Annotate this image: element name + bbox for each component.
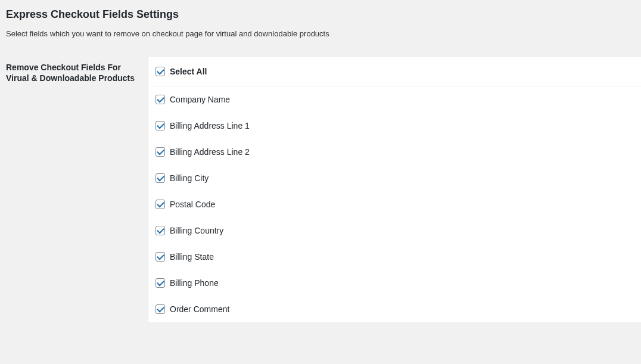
page-description: Select fields which you want to remove o… [6, 29, 641, 38]
select-all-label[interactable]: Select All [170, 67, 207, 76]
field-label[interactable]: Billing State [170, 252, 214, 262]
field-row: Billing Address Line 2 [148, 139, 641, 165]
field-label[interactable]: Billing Country [170, 226, 223, 235]
select-all-row: Select All [148, 57, 641, 86]
field-label[interactable]: Billing Address Line 1 [170, 121, 250, 130]
field-checkbox[interactable] [155, 226, 165, 235]
field-label[interactable]: Billing Phone [170, 278, 219, 288]
field-label[interactable]: Billing City [170, 173, 209, 183]
section-label: Remove Checkout Fields For Virual & Down… [6, 62, 148, 83]
field-row: Billing Address Line 1 [148, 113, 641, 139]
field-checkbox[interactable] [155, 278, 165, 288]
field-row: Postal Code [148, 191, 641, 217]
field-row: Company Name [148, 86, 641, 113]
field-checkbox[interactable] [155, 304, 165, 314]
fields-panel: Select All Company NameBilling Address L… [148, 57, 641, 322]
field-checkbox[interactable] [155, 173, 165, 183]
field-label[interactable]: Order Comment [170, 304, 229, 314]
field-checkbox[interactable] [155, 147, 165, 157]
page-title: Express Checkout Fields Settings [6, 0, 641, 29]
field-row: Billing Phone [148, 270, 641, 296]
field-row: Order Comment [148, 296, 641, 322]
field-row: Billing Country [148, 217, 641, 244]
field-checkbox[interactable] [155, 121, 165, 130]
field-checkbox[interactable] [155, 200, 165, 209]
field-row: Billing City [148, 165, 641, 191]
field-checkbox[interactable] [155, 95, 165, 104]
field-label[interactable]: Postal Code [170, 200, 215, 209]
field-row: Billing State [148, 244, 641, 270]
field-checkbox[interactable] [155, 252, 165, 262]
field-label[interactable]: Billing Address Line 2 [170, 147, 250, 157]
select-all-checkbox[interactable] [155, 67, 165, 76]
field-label[interactable]: Company Name [170, 95, 230, 104]
